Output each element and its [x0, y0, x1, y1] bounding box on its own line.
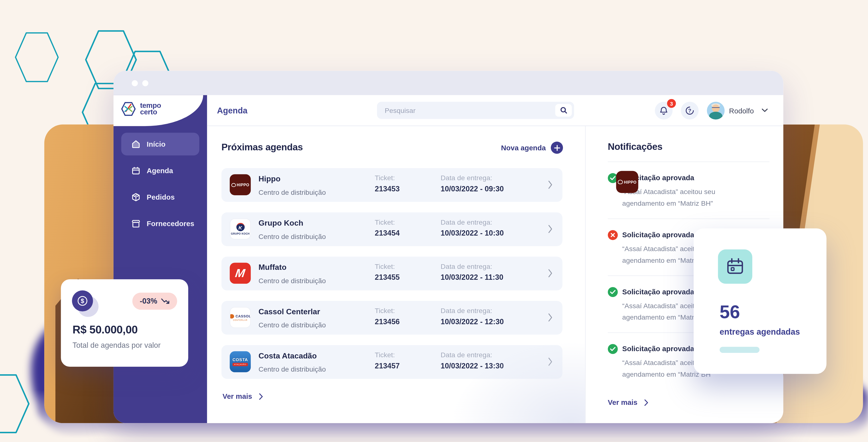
sidebar-item-inicio[interactable]: Início [121, 133, 199, 156]
chevron-right-icon[interactable] [548, 313, 553, 324]
ticket-value: 213457 [375, 362, 400, 370]
ticket-label: Ticket: [375, 351, 400, 359]
notification-title: Solicitação aprovada [622, 174, 770, 182]
company-location: Centro de distribuição [259, 277, 326, 285]
help-button[interactable]: ? [681, 102, 699, 120]
notifications-heading: Notificações [608, 142, 770, 153]
ticket-label: Ticket: [375, 263, 400, 271]
sidebar-item-label: Início [147, 140, 165, 148]
notification-body: “Assaí Atacadista” aceitou seu agendamen… [622, 186, 736, 210]
logo-hexagon-icon [121, 101, 136, 117]
hippo-icon [231, 183, 236, 187]
company-name: Grupo Koch [259, 218, 303, 227]
search-icon [560, 107, 567, 114]
cassol-c-icon [230, 314, 234, 318]
agenda-row[interactable]: KGRUPO KOCH Grupo Koch Centro de distrib… [221, 212, 562, 246]
chevron-down-icon[interactable] [762, 108, 768, 112]
plus-icon [551, 142, 563, 154]
hippo-logo: HIPPO [230, 174, 251, 195]
page-title: Agenda [217, 106, 247, 115]
sidebar-item-pedidos[interactable]: Pedidos [121, 186, 199, 208]
date-label: Data de entrega: [441, 218, 504, 226]
new-agenda-button[interactable]: Nova agenda [501, 142, 563, 154]
see-more-agendas[interactable]: Ver mais [223, 392, 263, 401]
search-input[interactable] [377, 102, 574, 119]
x-circle-icon [608, 230, 618, 240]
user-name[interactable]: Rodolfo [729, 107, 754, 115]
date-value: 10/03/2022 - 09:30 [441, 185, 504, 193]
date-label: Data de entrega: [441, 307, 504, 315]
agenda-row[interactable]: COSTAATAÇADÃO Costa Atacadão Centro de d… [221, 345, 562, 379]
hippo-logo: HIPPO [616, 171, 638, 193]
calendar-icon [131, 166, 141, 175]
ticket-label: Ticket: [375, 218, 400, 226]
calendar-icon [718, 249, 752, 284]
company-location: Centro de distribuição [259, 321, 326, 329]
delta-badge: -03% [132, 293, 177, 310]
ticket-label: Ticket: [375, 307, 400, 315]
progress-bar [720, 347, 760, 353]
notification-item[interactable]: Solicitação aprovada “Assaí Atacadista” … [608, 162, 770, 219]
stage: tempo certo Início Agenda Ped [0, 0, 868, 442]
date-value: 10/03/2022 - 10:30 [441, 229, 504, 237]
hippo-icon [618, 180, 623, 184]
deliveries-card: 56 entregas agendadas [694, 229, 827, 374]
deliveries-label: entregas agendadas [720, 327, 800, 336]
search-bar [377, 102, 574, 119]
svg-text:$: $ [81, 298, 84, 304]
total-amount: R$ 50.000,00 [72, 324, 137, 336]
top-header: Agenda 3 ? [207, 95, 783, 126]
ticket-value: 213455 [375, 273, 400, 281]
hexagon-decor [10, 32, 64, 83]
agenda-row[interactable]: CASSOLCENTERLAR Cassol Centerlar Centro … [221, 301, 562, 335]
check-circle-icon [608, 344, 618, 354]
costa-logo: COSTAATAÇADÃO [230, 351, 251, 372]
dollar-icon: $ [72, 291, 93, 312]
search-button[interactable] [555, 104, 572, 116]
date-label: Data de entrega: [441, 174, 504, 182]
trend-down-icon [161, 298, 170, 304]
koch-emblem-icon: K [236, 223, 244, 231]
chevron-right-icon[interactable] [548, 180, 553, 191]
bell-icon [659, 106, 668, 115]
app-logo: tempo certo [114, 95, 203, 126]
deliveries-count: 56 [720, 301, 740, 322]
total-amount-label: Total de agendas por valor [72, 341, 160, 349]
app-window: tempo certo Início Agenda Ped [114, 71, 783, 423]
svg-text:?: ? [688, 108, 691, 114]
window-dot [132, 80, 138, 86]
sidebar-item-label: Fornecedores [147, 219, 194, 228]
ticket-value: 213456 [375, 317, 400, 326]
notification-badge: 3 [667, 99, 676, 108]
package-icon [131, 193, 141, 202]
grupo-koch-logo: KGRUPO KOCH [230, 218, 251, 240]
ticket-value: 213454 [375, 229, 400, 237]
agendas-heading: Próximas agendas [221, 142, 303, 153]
sidebar-item-label: Agenda [147, 166, 173, 175]
sidebar-nav: Início Agenda Pedidos Fornecedores [114, 133, 207, 235]
sidebar-item-agenda[interactable]: Agenda [121, 159, 199, 182]
chevron-right-icon [644, 399, 648, 406]
see-more-notifications[interactable]: Ver mais [608, 398, 648, 407]
ticket-value: 213453 [375, 185, 400, 193]
company-name: Costa Atacadão [259, 351, 317, 360]
chevron-right-icon[interactable] [548, 269, 553, 280]
sidebar-item-fornecedores[interactable]: Fornecedores [121, 212, 199, 235]
chevron-right-icon[interactable] [548, 225, 553, 236]
chevron-right-icon[interactable] [548, 357, 553, 368]
logo-word-2: certo [140, 109, 161, 115]
agendas-panel: Próximas agendas Nova agenda [207, 126, 585, 423]
storefront-icon [131, 219, 141, 229]
check-circle-icon [608, 287, 618, 297]
agenda-row[interactable]: HIPPO Hippo Centro de distribuição Ticke… [221, 168, 562, 202]
notifications-button[interactable]: 3 [655, 102, 673, 120]
window-titlebar [114, 71, 783, 95]
company-name: Hippo [259, 174, 280, 183]
muffato-logo: M [230, 263, 251, 284]
sidebar-item-label: Pedidos [147, 193, 175, 201]
date-value: 10/03/2022 - 11:30 [441, 273, 503, 281]
agenda-row[interactable]: M Muffato Centro de distribuição Ticket:… [221, 257, 562, 291]
total-value-card: $ -03% R$ 50.000,00 Total de agendas por… [61, 279, 188, 367]
company-location: Centro de distribuição [259, 233, 326, 241]
avatar[interactable] [707, 102, 724, 120]
